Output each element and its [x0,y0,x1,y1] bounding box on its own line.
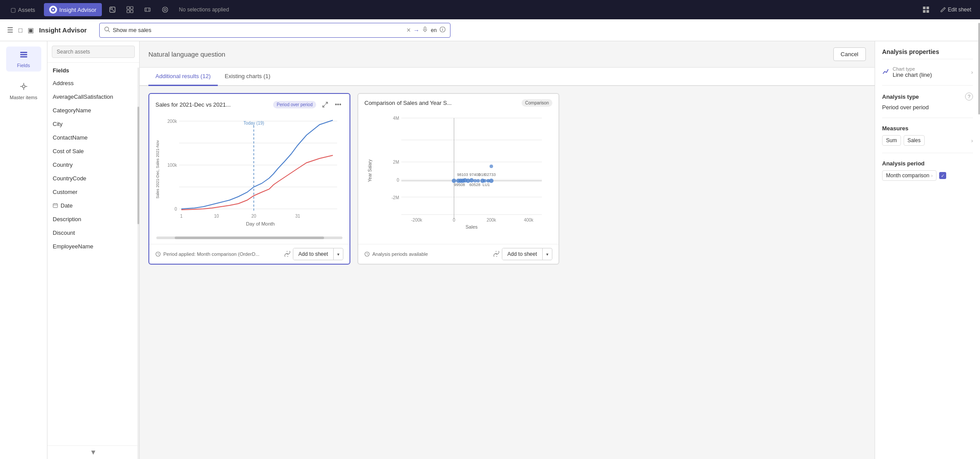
tab-additional-results[interactable]: Additional results (12) [148,68,218,86]
field-description[interactable]: Description [47,212,139,226]
aspect-tool-btn[interactable] [141,3,155,17]
tabs-row: Additional results (12) Existing charts … [140,68,875,86]
chart-type-chevron[interactable]: › [971,69,973,75]
measures-heading: Measures [882,125,973,132]
nav-insight-advisor[interactable]: Insight Advisor [44,3,102,16]
more-options-btn[interactable]: ••• [333,99,343,110]
insight-advisor-icon [49,6,57,14]
badge-comparison: Comparison [522,99,552,107]
svg-text:0: 0 [174,207,177,212]
nlq-title: Natural language question [148,50,225,58]
svg-text:20: 20 [251,214,256,219]
svg-rect-12 [923,7,926,9]
svg-text:400k: 400k [524,218,534,222]
field-costofsale[interactable]: Cost of Sale [47,144,139,158]
search-input[interactable] [113,27,404,33]
chart-header-period: Sales for 2021-Dec vs 2021... Period ove… [149,94,349,112]
lang-selector[interactable]: en [431,27,436,33]
chart-card-period: Sales for 2021-Dec vs 2021... Period ove… [148,93,350,265]
field-date[interactable]: Date [47,199,139,212]
measure-chip-sales[interactable]: Sales [904,135,925,146]
svg-rect-13 [926,7,929,9]
forward-btn[interactable]: → [413,27,419,34]
period-chevron: › [931,173,933,178]
field-customer[interactable]: Customer [47,185,139,199]
field-discount[interactable]: Discount [47,226,139,240]
mic-btn[interactable] [422,26,428,34]
fields-scrollbar-thumb[interactable] [137,107,139,224]
panel-toggle-right[interactable]: ▣ [28,26,34,34]
svg-rect-5 [127,7,130,9]
info-btn[interactable] [440,26,446,34]
svg-text:100k: 100k [167,163,177,168]
fields-section-title: Fields [47,63,139,76]
target-tool-btn[interactable] [158,3,172,17]
link-icon[interactable] [285,251,290,258]
fields-list: Address AverageCallSatisfaction Category… [47,76,139,445]
svg-rect-31 [53,204,58,208]
master-items-panel-item[interactable]: Master items [6,79,41,104]
no-selections-text: No selections applied [176,7,233,13]
svg-point-78 [469,178,474,183]
calendar-icon [53,203,58,209]
fields-scroll-down[interactable]: ▼ [47,445,139,459]
field-address[interactable]: Address [47,76,139,90]
svg-point-26 [22,85,25,88]
analysis-type-section: Analysis type ? Period over period [882,93,973,111]
right-panel-scrollbar-thumb[interactable] [978,41,980,115]
chart-scrollbar-thumb[interactable] [175,237,324,239]
svg-text:200k: 200k [486,218,497,222]
link-icon-2[interactable] [494,251,499,258]
fields-panel-item[interactable]: Fields [6,47,41,72]
add-to-sheet-btn-1[interactable]: Add to sheet ▾ [293,248,343,260]
svg-text:200k: 200k [167,119,177,124]
period-checkbox[interactable]: ✓ [939,172,946,179]
divider-3 [882,153,973,153]
left-icon-panel: Fields Master items [0,41,47,459]
measure-chip-sum: Sum [882,135,901,146]
period-applied-text: Period applied: Month comparison (OrderD… [163,251,282,257]
search-icon [104,26,110,34]
grid-view-btn[interactable] [919,3,933,17]
field-categoryname[interactable]: CategoryName [47,104,139,117]
tab-existing-charts[interactable]: Existing charts (1) [218,68,277,86]
add-to-sheet-label-2[interactable]: Add to sheet [502,248,543,260]
layout-tool-btn[interactable] [123,3,137,17]
measure-chevron[interactable]: › [971,137,973,144]
chart-title-comparison: Comparison of Sales and Year S... [364,100,518,106]
field-city[interactable]: City [47,117,139,131]
field-country[interactable]: Country [47,158,139,172]
add-to-sheet-dropdown-2[interactable]: ▾ [543,249,552,259]
hamburger-menu[interactable]: ☰ [7,26,13,34]
fields-icon [19,50,28,61]
nlq-header: Natural language question Cancel [140,41,875,68]
search-tool-btn[interactable] [105,3,119,17]
period-chip[interactable]: Month comparison › [882,170,937,181]
field-countrycode[interactable]: CountryCode [47,172,139,185]
edit-sheet-btn[interactable]: Edit sheet [937,5,975,14]
chart-scrollbar[interactable] [156,237,342,239]
cancel-button[interactable]: Cancel [833,47,866,61]
svg-point-85 [490,165,493,168]
clear-search-btn[interactable]: × [407,26,411,34]
field-averagecallsatisfaction[interactable]: AverageCallSatisfaction [47,90,139,104]
panel-toggle-left[interactable]: □ [18,26,22,34]
add-to-sheet-dropdown-1[interactable]: ▾ [334,249,343,259]
svg-rect-7 [127,10,130,13]
divider-1 [882,85,973,86]
add-to-sheet-btn-2[interactable]: Add to sheet ▾ [502,248,552,260]
expand-chart-btn[interactable] [320,99,330,110]
chart-type-label: Chart type [893,66,932,72]
search-assets-input[interactable] [52,46,135,58]
help-icon[interactable]: ? [965,93,973,100]
field-employeename[interactable]: EmployeeName [47,240,139,253]
field-contactname[interactable]: ContactName [47,131,139,144]
svg-point-10 [162,7,168,12]
add-to-sheet-label-1[interactable]: Add to sheet [293,248,334,260]
chart-title-period: Sales for 2021-Dec vs 2021... [155,101,270,108]
nlq-search-bar: × → en [99,23,450,38]
nav-assets[interactable]: ▢ Assets [5,4,40,16]
svg-text:0: 0 [396,178,399,183]
line-chart-icon [882,68,889,76]
svg-line-35 [325,102,328,104]
